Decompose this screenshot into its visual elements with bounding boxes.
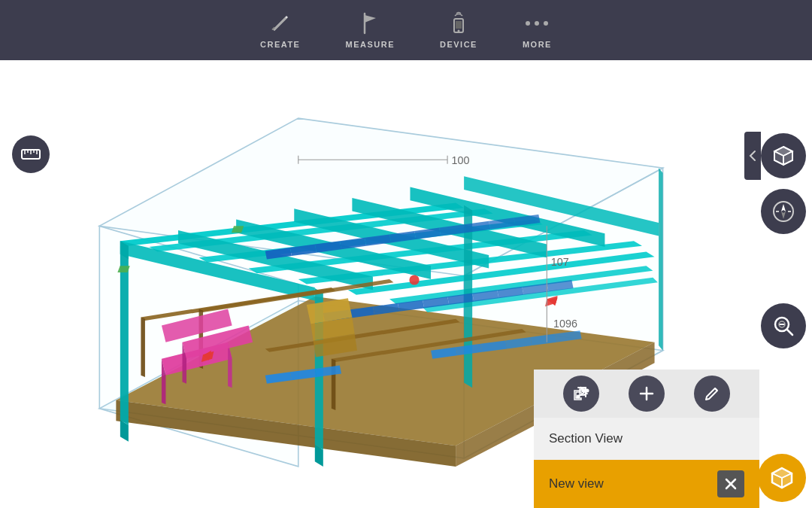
svg-point-6 [535,21,539,26]
action-bar [534,370,759,418]
svg-point-4 [457,30,459,32]
svg-marker-38 [141,318,145,377]
right-panel [744,132,812,348]
add-view-button[interactable] [629,376,665,412]
svg-point-7 [544,21,548,26]
measure-label: MEASURE [345,40,395,49]
svg-marker-34 [659,168,663,350]
section-view-label: Section View [549,431,623,446]
device-icon [447,11,471,35]
svg-marker-108 [781,204,786,211]
toolbar-create[interactable]: CREATE [260,11,300,49]
more-label: MORE [523,40,552,49]
svg-point-5 [526,21,530,26]
bottom-panel: Section View New view [534,370,759,508]
toolbar: CREATE MEASURE DEVICE [0,0,812,60]
bottom-cube-button[interactable] [758,454,806,502]
create-label: CREATE [260,40,300,49]
svg-marker-109 [781,211,786,219]
device-label: DEVICE [440,40,477,49]
svg-text:100: 100 [452,154,470,166]
flag-icon [358,11,382,35]
svg-text:107: 107 [551,256,569,268]
svg-text:1096: 1096 [553,318,577,330]
toolbar-more[interactable]: MORE [523,11,552,49]
zoom-button[interactable] [761,303,806,348]
toolbar-measure[interactable]: MEASURE [345,11,395,49]
svg-rect-3 [456,21,462,29]
share-button[interactable] [563,376,599,412]
new-view-row: New view [534,460,759,508]
canvas-area: 100 107 1096 [0,60,812,508]
cube-panel-wrap [744,132,812,180]
close-view-button[interactable] [717,470,744,497]
dots-icon [525,11,549,35]
svg-point-87 [409,275,419,284]
toolbar-device[interactable]: DEVICE [440,11,477,49]
edit-button[interactable] [694,376,730,412]
compass-button[interactable] [761,189,806,234]
section-view-row[interactable]: Section View [534,418,759,460]
pencil-icon [268,11,292,35]
cube-view-button[interactable] [761,133,806,178]
measure-button[interactable] [12,135,50,173]
panel-collapse-arrow[interactable] [744,132,761,180]
new-view-label: New view [549,476,604,491]
svg-line-113 [787,330,792,335]
